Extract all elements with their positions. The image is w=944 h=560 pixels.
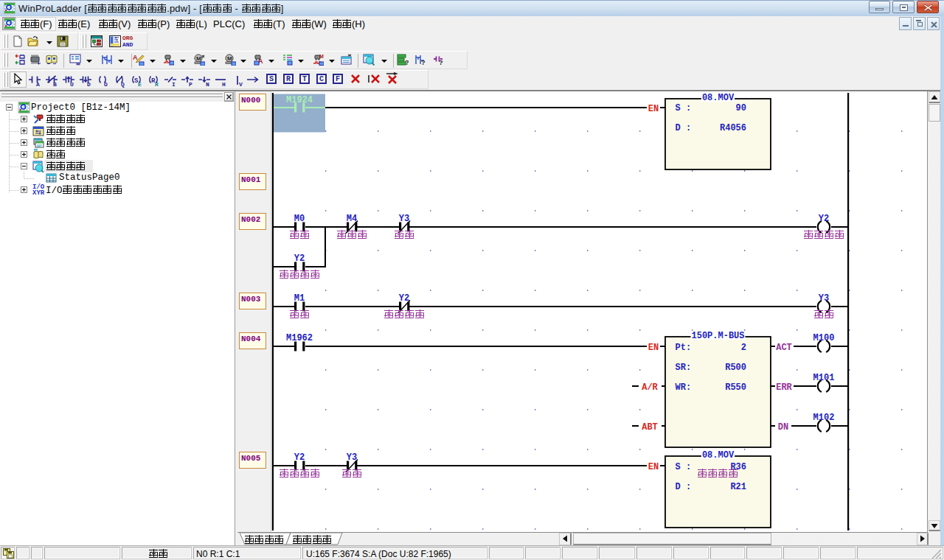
svg-text:Y2: Y2 [399,293,409,304]
svg-text:Pt:: Pt: [676,343,692,353]
svg-text:?: ? [439,59,443,66]
svg-text:R550: R550 [725,382,746,393]
svg-text:N004: N004 [241,335,261,343]
svg-text:N001: N001 [241,175,261,184]
svg-text:Y2: Y2 [819,214,829,224]
svg-text:M100: M100 [813,333,835,343]
svg-text:M0: M0 [294,214,305,224]
svg-text:WR:: WR: [676,382,692,393]
svg-text:M: M [319,54,324,59]
svg-text:Y2: Y2 [294,452,305,463]
svg-text:Y3: Y3 [819,293,829,304]
svg-text:D :: D : [676,482,692,492]
svg-text:Y3: Y3 [347,452,357,463]
svg-text:M101: M101 [813,373,835,383]
svg-text:M1962: M1962 [286,333,313,343]
svg-text:?: ? [421,59,426,66]
svg-text:?: ? [405,59,409,66]
svg-text:R500: R500 [725,363,746,373]
svg-text:ABT: ABT [642,422,658,433]
svg-text:DN: DN [778,422,788,433]
svg-text:08.MOV: 08.MOV [702,93,735,103]
svg-text:M1: M1 [294,293,305,304]
svg-text:SR:: SR: [676,363,692,373]
svg-text:N002: N002 [241,215,260,224]
svg-text:ACT: ACT [776,343,792,353]
svg-text:2: 2 [741,343,746,353]
svg-text:EN: EN [648,343,659,353]
svg-text:D :: D : [676,123,692,133]
svg-text:EN: EN [648,462,659,472]
svg-text:M: M [196,55,201,62]
svg-text:A/R: A/R [642,382,658,393]
svg-text:EN: EN [648,104,659,114]
svg-text:M: M [227,55,232,62]
svg-text:Y3: Y3 [399,214,409,224]
svg-text:S :: S : [676,462,692,472]
svg-text:M1924: M1924 [286,95,313,105]
svg-text:150P.M-BUS: 150P.M-BUS [691,331,744,341]
svg-text:N003: N003 [241,295,261,304]
svg-text:R21: R21 [730,482,746,492]
svg-text:ERR: ERR [776,382,792,393]
svg-text:08.MOV: 08.MOV [702,450,735,461]
svg-text:M102: M102 [813,413,835,423]
svg-text:M4: M4 [347,214,357,224]
svg-text:N000: N000 [241,96,260,105]
svg-text:90: 90 [736,103,746,113]
svg-text:Y2: Y2 [294,253,305,264]
svg-text:S :: S : [676,103,692,113]
svg-text:N005: N005 [241,454,261,463]
svg-text:R4056: R4056 [720,123,746,133]
